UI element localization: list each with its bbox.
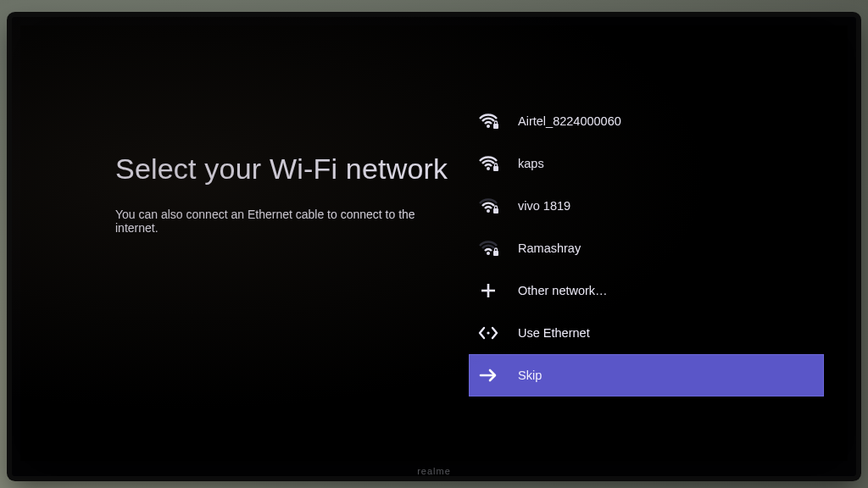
tv-brand-label: realme: [12, 466, 856, 476]
wifi-ssid-label: Airtel_8224000060: [518, 114, 809, 128]
use-ethernet-item[interactable]: Use Ethernet: [469, 312, 824, 354]
other-network-item[interactable]: Other network…: [469, 269, 824, 312]
wifi-network-item[interactable]: Ramashray: [469, 227, 824, 269]
wifi-ssid-label: Ramashray: [518, 241, 809, 255]
wifi-network-item[interactable]: Airtel_8224000060: [469, 100, 824, 142]
svg-point-0: [487, 125, 490, 128]
tv-frame: Select your Wi-Fi network You can also c…: [12, 17, 856, 476]
wifi-mid-locked-icon: [477, 195, 499, 217]
page-subtitle: You can also connect an Ethernet cable t…: [115, 208, 450, 235]
skip-label: Skip: [518, 369, 809, 382]
left-pane: Select your Wi-Fi network You can also c…: [20, 25, 467, 461]
svg-rect-1: [493, 124, 498, 129]
svg-point-4: [487, 209, 490, 213]
network-list: Airtel_8224000060 kaps: [467, 25, 848, 461]
wifi-ssid-label: vivo 1819: [518, 199, 809, 213]
tv-screen: Select your Wi-Fi network You can also c…: [20, 25, 848, 461]
svg-rect-7: [493, 251, 498, 256]
plus-icon: [477, 280, 499, 302]
svg-rect-5: [493, 208, 498, 214]
wifi-full-locked-icon: [477, 152, 499, 175]
use-ethernet-label: Use Ethernet: [518, 326, 809, 340]
wifi-full-locked-icon: [477, 110, 499, 132]
other-network-label: Other network…: [518, 284, 809, 297]
page-title: Select your Wi-Fi network: [115, 152, 450, 186]
skip-item[interactable]: Skip: [469, 354, 824, 396]
ethernet-icon: [477, 322, 499, 344]
wifi-network-item[interactable]: vivo 1819: [469, 185, 824, 227]
wifi-low-locked-icon: [477, 237, 499, 259]
wifi-network-item[interactable]: kaps: [469, 142, 824, 185]
arrow-right-icon: [477, 364, 499, 386]
svg-point-6: [487, 252, 490, 255]
svg-point-2: [487, 167, 490, 170]
wifi-ssid-label: kaps: [518, 157, 809, 170]
svg-point-10: [487, 331, 489, 334]
svg-rect-3: [493, 166, 498, 171]
